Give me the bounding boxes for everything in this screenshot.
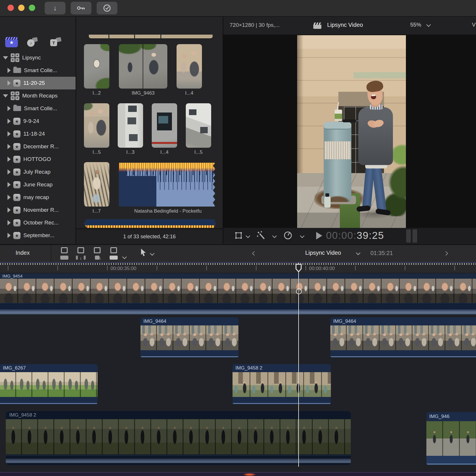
disclosure-closed-icon[interactable] xyxy=(8,169,11,175)
disclosure-closed-icon[interactable] xyxy=(8,207,11,213)
clip-thumbnail[interactable] xyxy=(177,44,202,89)
zoom-window-button[interactable] xyxy=(29,5,35,11)
clip-filmstrip xyxy=(330,325,476,350)
timeline-clip-primary[interactable]: IMG_9454 xyxy=(0,273,476,314)
chevron-down-icon[interactable] xyxy=(356,251,361,255)
sidebar-item-lipsync[interactable]: ★★★★ Lipsync xyxy=(0,51,78,64)
sidebar-item-june-recap[interactable]: June Recap xyxy=(0,178,83,191)
clip-thumbnail[interactable] xyxy=(84,103,109,148)
sidebar-item-october-recap[interactable]: October Rec... xyxy=(0,216,83,229)
disclosure-closed-icon[interactable] xyxy=(8,157,11,162)
effects-wand-icon[interactable] xyxy=(257,231,266,240)
sidebar-item-9-9-24[interactable]: 9-9-24 xyxy=(0,115,83,128)
sidebar-item-hottogo[interactable]: HOTTOGO xyxy=(0,153,83,166)
toolbar-divider xyxy=(51,245,51,263)
clip-thumbnail-partial[interactable] xyxy=(109,35,134,39)
sidebar-item-smart-collection-2[interactable]: Smart Colle... xyxy=(0,102,83,115)
clip-footer xyxy=(330,350,476,358)
clip-filmstrip xyxy=(233,372,331,397)
chevron-down-icon[interactable] xyxy=(272,234,277,238)
clip-thumbnail[interactable] xyxy=(119,44,167,89)
audio-meter-right[interactable] xyxy=(413,229,417,243)
overwrite-edit-button[interactable] xyxy=(108,247,119,261)
timeline-clip-connected[interactable]: IMG_9464 xyxy=(140,317,239,358)
disclosure-closed-icon[interactable] xyxy=(8,68,11,73)
select-tool-icon[interactable] xyxy=(140,248,147,258)
clip-label: Natasha Bedingfield - Pocketfu xyxy=(119,208,217,214)
timeline-clip-muted[interactable]: IMG_9458 2 xyxy=(6,411,351,465)
chevron-down-icon[interactable] xyxy=(150,251,155,256)
sidebar-item-11-20-25[interactable]: 11-20-25 xyxy=(0,77,83,89)
chevron-down-icon[interactable] xyxy=(122,255,127,259)
sidebar-item-september-recap[interactable]: September... xyxy=(0,229,83,242)
audio-meter-left[interactable] xyxy=(406,229,411,243)
clip-label: I...7 xyxy=(84,208,109,214)
timeline-project-title[interactable]: Lipsync Video xyxy=(305,250,341,256)
chevron-down-icon[interactable] xyxy=(300,234,305,238)
disclosure-closed-icon[interactable] xyxy=(8,233,11,238)
viewer-controls: 00:00:39:25 xyxy=(223,228,476,244)
tasks-button[interactable] xyxy=(97,2,117,14)
insert-edit-button[interactable]: ↓ xyxy=(76,247,86,261)
append-edit-button[interactable]: ↓ xyxy=(92,247,102,261)
dock-hint-glow xyxy=(243,473,256,476)
timeline-clip-partial[interactable]: IMG_946 xyxy=(426,412,476,465)
sidebar-item-month-recaps[interactable]: ★★★★ Month Recaps xyxy=(0,89,78,102)
minimize-window-button[interactable] xyxy=(18,5,25,11)
disclosure-closed-icon[interactable] xyxy=(8,144,11,149)
clip-thumbnail[interactable] xyxy=(186,103,211,148)
sidebar-item-november-recap[interactable]: November R... xyxy=(0,204,83,216)
clip-filmstrip xyxy=(6,419,351,454)
disclosure-closed-icon[interactable] xyxy=(8,106,11,111)
clip-thumbnail[interactable] xyxy=(152,103,177,148)
timeline-pane: 00:00:35:00 00:00:40:00 IMG_9454 IMG_946… xyxy=(0,262,476,476)
tab-titles-generators[interactable]: T xyxy=(50,38,63,48)
timeline-ruler[interactable]: 00:00:35:00 00:00:40:00 xyxy=(0,263,476,273)
sidebar-item-may-recap[interactable]: may recap xyxy=(0,191,83,204)
clip-thumbnail-partial[interactable] xyxy=(135,35,160,39)
key-button[interactable] xyxy=(71,2,91,14)
disclosure-open-icon[interactable] xyxy=(3,94,8,98)
sidebar-item-december-recap[interactable]: December R... xyxy=(0,140,83,153)
tab-photos-audio[interactable]: ♪ xyxy=(27,38,40,48)
audio-clip-partial[interactable] xyxy=(84,219,215,228)
selection-status-text: 1 of 33 selected, 42:16 xyxy=(123,234,176,240)
connect-edit-button[interactable] xyxy=(59,247,70,261)
timeline-clip-connected[interactable]: IMG_6267 xyxy=(0,364,98,404)
view-menu-partial[interactable]: V xyxy=(472,22,476,28)
keyword-collection-icon xyxy=(13,80,20,87)
play-button[interactable] xyxy=(316,232,322,239)
disclosure-closed-icon[interactable] xyxy=(8,220,11,225)
disclosure-closed-icon[interactable] xyxy=(8,119,11,124)
clip-thumbnail-partial[interactable] xyxy=(161,35,213,39)
tab-library[interactable]: ★ xyxy=(5,37,18,47)
download-button[interactable]: ↓ xyxy=(45,2,65,14)
clip-thumbnail[interactable] xyxy=(118,103,143,148)
transform-icon[interactable] xyxy=(235,232,242,239)
playhead-handle[interactable] xyxy=(295,264,302,272)
close-window-button[interactable] xyxy=(8,5,14,11)
chevron-down-icon[interactable] xyxy=(246,234,250,238)
sidebar-item-july-recap[interactable]: July Recap xyxy=(0,166,83,178)
disclosure-open-icon[interactable] xyxy=(3,56,8,59)
audio-clip-waveform[interactable] xyxy=(119,163,215,207)
zoom-level-dropdown[interactable]: 55% xyxy=(410,22,421,28)
disclosure-closed-icon[interactable] xyxy=(8,182,11,187)
timeline-clip-connected[interactable]: IMG_9458 2 xyxy=(233,364,331,404)
index-button[interactable]: Index xyxy=(16,250,30,256)
next-timeline-icon[interactable] xyxy=(444,251,448,256)
previous-timeline-icon[interactable] xyxy=(252,251,257,256)
disclosure-closed-icon[interactable] xyxy=(8,131,11,136)
sidebar-item-smart-collection-1[interactable]: Smart Colle... xyxy=(0,64,83,77)
retime-icon[interactable] xyxy=(283,231,293,240)
clip-thumbnail[interactable] xyxy=(84,44,109,89)
clip-thumbnail-partial[interactable] xyxy=(89,35,108,39)
clip-thumbnail[interactable] xyxy=(84,162,109,207)
disclosure-closed-icon[interactable] xyxy=(8,80,11,86)
playhead-knob[interactable] xyxy=(296,288,302,294)
sidebar-item-11-18-24[interactable]: 11-18-24 xyxy=(0,128,83,140)
timeline-clip-connected[interactable]: IMG_9464 xyxy=(330,317,476,358)
disclosure-closed-icon[interactable] xyxy=(8,195,11,200)
sidebar-item-label: Smart Colle... xyxy=(24,67,57,74)
sidebar-item-label: November R... xyxy=(23,207,59,213)
